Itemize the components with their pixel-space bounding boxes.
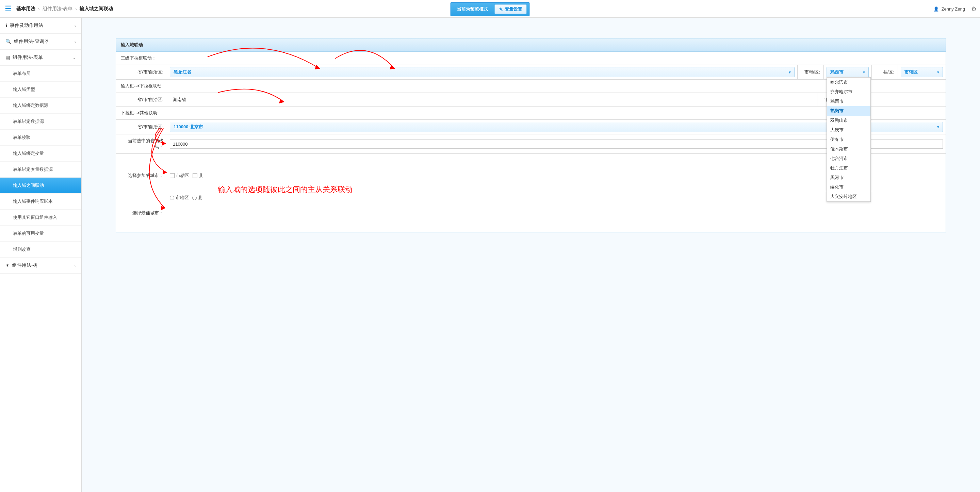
sidebar-item-label: 组件用法-查询器 xyxy=(14,38,49,45)
sidebar-sub-item[interactable]: 输入域绑定变量 xyxy=(0,146,81,162)
best-city-label: 选择最佳城市： xyxy=(116,191,167,232)
caret-down-icon: ▼ xyxy=(937,70,940,74)
dropdown-option[interactable]: 双鸭山市 xyxy=(827,116,870,125)
province-label3: 省/市/自治区: xyxy=(116,120,167,134)
sidebar-sub-item[interactable]: 表单的可用变量 xyxy=(0,226,81,242)
row-checkbox-cities: 选择参加的城市： 市辖区 县 xyxy=(116,154,946,191)
province-value2: 110000-北京市 xyxy=(173,124,203,129)
province-combo[interactable]: 黑龙江省 ▼ xyxy=(170,67,795,77)
county-value: 市辖区 xyxy=(904,69,918,75)
sidebar-sub-item[interactable]: 增删改查 xyxy=(0,242,81,258)
participate-label: 选择参加的城市： xyxy=(116,169,167,182)
row-three-level: 省/市/自治区: 黑龙江省 ▼ 市/地区: 鸡西市 ▼ 县/区: xyxy=(116,65,946,80)
checkbox-xian[interactable]: 县 xyxy=(192,172,203,178)
chevron-left-icon: ‹ xyxy=(75,263,76,268)
tree-icon: ✶ xyxy=(5,263,10,268)
variable-settings-button[interactable]: ✎ 变量设置 xyxy=(495,5,527,14)
sidebar-sub-item[interactable]: 表单校验 xyxy=(0,130,81,146)
city-value: 鸡西市 xyxy=(830,69,843,75)
sidebar-sub-item[interactable]: 使用其它窗口组件输入 xyxy=(0,210,81,226)
province-value: 黑龙江省 xyxy=(173,69,191,75)
section3-label: 下拉框-->其他联动: xyxy=(116,107,946,120)
info-icon: ℹ xyxy=(5,23,7,28)
breadcrumb-leaf: 输入域之间联动 xyxy=(80,6,113,12)
sidebar-item-label: 组件用法-树 xyxy=(12,262,38,269)
dropdown-option[interactable]: 哈尔滨市 xyxy=(827,78,870,87)
search-icon: 🔍 xyxy=(5,39,11,44)
sidebar-sub-item[interactable]: 表单绑定变量数据源 xyxy=(0,162,81,178)
sidebar-sub-item[interactable]: 输入域绑定数据源 xyxy=(0,98,81,114)
province-label2: 省/市/自治区: xyxy=(116,93,167,106)
breadcrumb-root[interactable]: 基本用法 xyxy=(16,6,35,12)
city-dropdown-list[interactable]: 哈尔滨市齐齐哈尔市鸡西市鹤岗市双鸭山市大庆市伊春市佳木斯市七台河市牡丹江市黑河市… xyxy=(827,77,871,202)
main-content: 输入域联动 三级下拉框联动： 省/市/自治区: 黑龙江省 ▼ 市/地区: 鸡西市… xyxy=(82,18,980,492)
breadcrumb-sep: › xyxy=(38,6,40,11)
caret-down-icon: ▼ xyxy=(862,70,865,74)
pencil-icon: ✎ xyxy=(499,7,503,12)
user-icon: 👤 xyxy=(933,6,939,11)
section2-label: 输入框-->下拉框联动 xyxy=(116,80,946,93)
user-area[interactable]: 👤 Zenny Zeng xyxy=(933,0,965,18)
panel-title: 输入域联动 xyxy=(116,38,946,52)
dropdown-option[interactable]: 鹤岗市 xyxy=(827,106,870,116)
radio-xian[interactable]: 县 xyxy=(192,194,202,201)
dropdown-option[interactable]: 鸡西市 xyxy=(827,97,870,106)
chevron-left-icon: ‹ xyxy=(75,23,76,28)
sidebar-sub-item[interactable]: 表单绑定数据源 xyxy=(0,114,81,130)
province-label: 省/市/自治区: xyxy=(116,65,167,79)
row-combo-to-other: 省/市/自治区: 110000-北京市 ▼ xyxy=(116,120,946,134)
sidebar-item-label: 组件用法-表单 xyxy=(13,54,43,61)
province-input[interactable] xyxy=(170,95,814,104)
caret-down-icon: ▼ xyxy=(788,70,791,74)
county-combo[interactable]: 市辖区 ▼ xyxy=(901,67,943,77)
dropdown-option[interactable]: 大庆市 xyxy=(827,125,870,135)
sidebar-sub-item[interactable]: 输入域类型 xyxy=(0,82,81,98)
row-input-to-combo: 省/市/自治区: 市/地区: xyxy=(116,93,946,107)
settings-gear-icon[interactable]: ⚙ xyxy=(971,0,977,18)
breadcrumb-mid[interactable]: 组件用法-表单 xyxy=(43,6,73,12)
dropdown-option[interactable]: 黑河市 xyxy=(827,173,870,182)
dropdown-option[interactable]: 佳木斯市 xyxy=(827,144,870,154)
dropdown-option[interactable]: 伊春市 xyxy=(827,135,870,144)
caret-down-icon: ▼ xyxy=(937,125,940,129)
sidebar-item-label: 事件及动作用法 xyxy=(10,22,43,29)
sidebar-item-events[interactable]: ℹ事件及动作用法 ‹ xyxy=(0,18,81,34)
sidebar-sub-item[interactable]: 表单布局 xyxy=(0,66,81,82)
sidebar: ℹ事件及动作用法 ‹ 🔍组件用法-查询器 ‹ ▤组件用法-表单 ⌄ 表单布局输入… xyxy=(0,18,82,492)
form-icon: ▤ xyxy=(5,55,10,60)
city-combo[interactable]: 鸡西市 ▼ xyxy=(827,67,869,77)
county-label: 县/区: xyxy=(872,65,898,79)
variable-settings-label: 变量设置 xyxy=(504,6,522,12)
preview-mode-bar: 当前为预览模式 ✎ 变量设置 xyxy=(450,2,530,16)
chevron-left-icon: ‹ xyxy=(75,39,76,44)
dropdown-option[interactable]: 齐齐哈尔市 xyxy=(827,87,870,97)
row-code: 当前选中的省的代码： xyxy=(116,134,946,154)
form-panel: 输入域联动 三级下拉框联动： 省/市/自治区: 黑龙江省 ▼ 市/地区: 鸡西市… xyxy=(116,38,946,232)
header-bar: ☰ 基本用法 › 组件用法-表单 › 输入域之间联动 当前为预览模式 ✎ 变量设… xyxy=(0,0,980,18)
row-radio-cities: 选择最佳城市： 市辖区 县 xyxy=(116,191,946,232)
code-label: 当前选中的省的代码： xyxy=(116,134,167,153)
sidebar-sub-item[interactable]: 输入域事件响应脚本 xyxy=(0,194,81,210)
sidebar-item-form[interactable]: ▤组件用法-表单 ⌄ xyxy=(0,50,81,66)
dropdown-option[interactable]: 七台河市 xyxy=(827,154,870,163)
radio-shixiaqu[interactable]: 市辖区 xyxy=(170,194,189,201)
checkbox-shixiaqu[interactable]: 市辖区 xyxy=(170,172,189,178)
city-label: 市/地区: xyxy=(797,65,824,79)
dropdown-option[interactable]: 牡丹江市 xyxy=(827,163,870,173)
sidebar-item-query[interactable]: 🔍组件用法-查询器 ‹ xyxy=(0,34,81,50)
dropdown-option[interactable]: 绥化市 xyxy=(827,182,870,192)
preview-mode-label: 当前为预览模式 xyxy=(453,6,492,12)
breadcrumb: 基本用法 › 组件用法-表单 › 输入域之间联动 xyxy=(16,6,113,12)
breadcrumb-sep: › xyxy=(75,6,77,11)
dropdown-option[interactable]: 大兴安岭地区 xyxy=(827,192,870,201)
user-name: Zenny Zeng xyxy=(942,6,965,11)
sidebar-sub-item[interactable]: 输入域之间联动 xyxy=(0,178,81,194)
hamburger-icon[interactable]: ☰ xyxy=(5,5,11,13)
section1-label: 三级下拉框联动： xyxy=(116,52,946,65)
sidebar-item-tree[interactable]: ✶组件用法-树 ‹ xyxy=(0,258,81,274)
chevron-down-icon: ⌄ xyxy=(73,55,76,60)
